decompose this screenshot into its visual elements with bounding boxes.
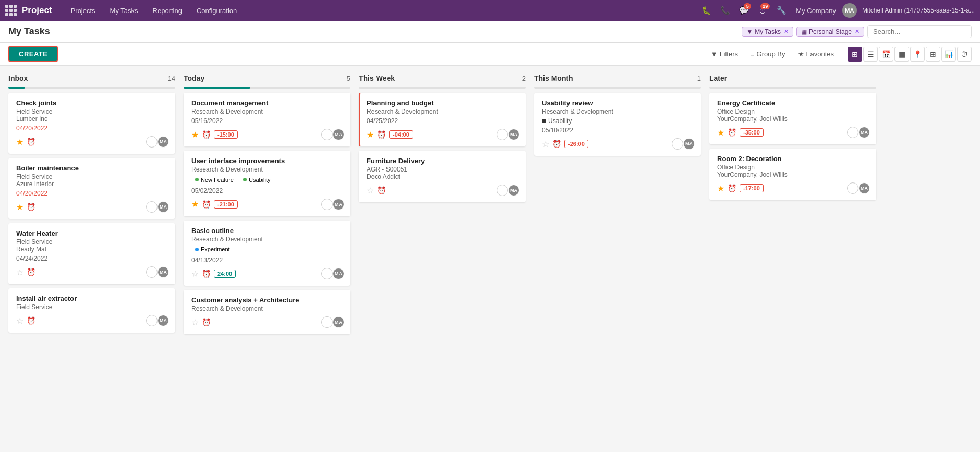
- timer-badge: 29: [760, 3, 770, 9]
- search-input[interactable]: [867, 25, 972, 38]
- card-c6[interactable]: User interface improvements Research & D…: [184, 151, 350, 216]
- card-c9[interactable]: Planning and budget Research & Developme…: [359, 93, 526, 146]
- card-date: 04/20/2022: [16, 190, 169, 197]
- avatar-circle[interactable]: [146, 136, 158, 148]
- clock-button[interactable]: ⏰: [377, 186, 386, 194]
- avatar-circle[interactable]: [321, 129, 333, 140]
- bug-icon[interactable]: 🐛: [698, 2, 715, 19]
- wrench-icon[interactable]: 🔧: [773, 2, 790, 19]
- apps-grid-icon[interactable]: [5, 5, 17, 16]
- clock-button[interactable]: ⏰: [202, 130, 211, 139]
- card-title: Usability review: [542, 99, 695, 107]
- view-list-button[interactable]: ☰: [863, 47, 878, 62]
- card-date: 05/16/2022: [191, 117, 344, 125]
- card-project: Research & Development: [542, 108, 695, 115]
- top-action-icons: 🐛 📞 💬 5 ⏱ 29 🔧: [698, 2, 790, 19]
- card-c7[interactable]: Basic outline Research & Development Exp…: [184, 221, 350, 286]
- nav-my-tasks[interactable]: My Tasks: [104, 0, 144, 21]
- nav-projects[interactable]: Projects: [65, 0, 102, 21]
- view-map-button[interactable]: 📍: [910, 47, 925, 62]
- card-footer: ☆ ⏰ MA: [16, 266, 169, 278]
- card-c10[interactable]: Furniture Delivery AGR - S00051 Deco Add…: [359, 151, 526, 202]
- avatar-circle[interactable]: [146, 201, 158, 213]
- star-button[interactable]: ★: [16, 137, 23, 147]
- star-button[interactable]: ☆: [542, 139, 549, 149]
- card-c13[interactable]: Room 2: Decoration Office Design YourCom…: [709, 149, 876, 200]
- avatar-circle[interactable]: [847, 182, 858, 194]
- card-c11[interactable]: Usability review Research & Development …: [534, 93, 701, 156]
- card-project: Research & Development: [191, 236, 344, 243]
- timer-icon[interactable]: ⏱ 29: [754, 2, 771, 19]
- clock-button[interactable]: ⏰: [27, 316, 35, 325]
- clock-button[interactable]: ⏰: [27, 138, 35, 146]
- card-c1[interactable]: Check joints Field Service Lumber Inc 04…: [8, 93, 175, 154]
- create-button[interactable]: CREATE: [8, 46, 58, 62]
- card-c5[interactable]: Document management Research & Developme…: [184, 93, 350, 146]
- view-table-button[interactable]: ▦: [894, 47, 909, 62]
- avatar-circle[interactable]: [672, 138, 683, 150]
- filter-close2[interactable]: ✕: [855, 28, 860, 35]
- card-project: Field Service: [16, 303, 169, 311]
- clock-button[interactable]: ⏰: [728, 128, 736, 137]
- filters-button[interactable]: ▼ Filters: [707, 48, 742, 60]
- star-button[interactable]: ☆: [16, 316, 23, 326]
- card-company: YourCompany, Joel Willis: [717, 115, 870, 123]
- avatar-circle[interactable]: [497, 185, 508, 196]
- chat-icon[interactable]: 💬 5: [735, 2, 752, 19]
- favorites-button[interactable]: ★ Favorites: [794, 48, 838, 60]
- view-kanban-button[interactable]: ⊞: [848, 47, 862, 62]
- clock-button[interactable]: ⏰: [27, 268, 35, 276]
- clock-button[interactable]: ⏰: [728, 184, 736, 192]
- nav-configuration[interactable]: Configuration: [190, 0, 243, 21]
- avatar-circle[interactable]: [146, 315, 158, 326]
- filter-icon: ▼: [746, 28, 753, 35]
- star-button[interactable]: ★: [191, 130, 199, 140]
- col-progress-later: [709, 87, 876, 89]
- star-button[interactable]: ☆: [191, 317, 199, 327]
- groupby-button[interactable]: ≡ Group By: [746, 48, 790, 60]
- subheader: My Tasks ▼ My Tasks ✕ ▦ Personal Stage ✕: [0, 21, 980, 43]
- view-calendar-button[interactable]: 📅: [879, 47, 893, 62]
- nav-reporting[interactable]: Reporting: [147, 0, 188, 21]
- avatar-circle[interactable]: [321, 199, 333, 210]
- star-button[interactable]: ☆: [367, 186, 374, 196]
- col-this_month: This Month 1 Usability review Research &…: [534, 74, 701, 442]
- username: Mitchell Admin (14707555-saas-15-1-a...: [862, 7, 975, 14]
- filter-close[interactable]: ✕: [784, 28, 789, 35]
- card-c3[interactable]: Water Heater Field Service Ready Mat 04/…: [8, 223, 175, 284]
- clock-button[interactable]: ⏰: [202, 200, 211, 209]
- col-header-today: Today 5: [184, 74, 350, 82]
- star-button[interactable]: ★: [367, 130, 374, 140]
- clock-button[interactable]: ⏰: [202, 318, 211, 326]
- clock-button[interactable]: ⏰: [377, 130, 386, 139]
- star-button[interactable]: ☆: [16, 267, 23, 277]
- avatar-circle[interactable]: [321, 316, 333, 328]
- clock-button[interactable]: ⏰: [27, 203, 35, 211]
- avatar-circle[interactable]: [146, 266, 158, 278]
- star-button[interactable]: ★: [191, 199, 199, 209]
- clock-button[interactable]: ⏰: [202, 270, 211, 278]
- avatar-circle[interactable]: [847, 127, 858, 138]
- time-badge: -35:00: [740, 128, 764, 137]
- clock-button[interactable]: ⏰: [552, 140, 561, 148]
- filter-my-tasks[interactable]: ▼ My Tasks ✕: [742, 27, 793, 37]
- avatar-circle[interactable]: [497, 129, 508, 140]
- avatar-user: MA: [158, 201, 169, 213]
- view-chart-button[interactable]: 📊: [941, 47, 956, 62]
- avatar-circle[interactable]: [321, 268, 333, 279]
- card-c12[interactable]: Energy Certificate Office Design YourCom…: [709, 93, 876, 144]
- view-grid-button[interactable]: ⊞: [926, 47, 940, 62]
- star-button[interactable]: ★: [717, 128, 724, 138]
- filter-personal-stage[interactable]: ▦ Personal Stage ✕: [796, 27, 864, 37]
- card-title: Document management: [191, 99, 344, 107]
- star-button[interactable]: ★: [717, 184, 724, 193]
- card-c4[interactable]: Install air extractor Field Service ☆ ⏰ …: [8, 288, 175, 333]
- view-clock-button[interactable]: ⏱: [957, 47, 972, 62]
- card-c8[interactable]: Customer analysis + Architecture Researc…: [184, 290, 350, 334]
- star-button[interactable]: ★: [16, 202, 23, 212]
- card-company: Lumber Inc: [16, 115, 169, 123]
- phone-icon[interactable]: 📞: [717, 2, 733, 19]
- card-project: AGR - S00051: [367, 166, 519, 173]
- star-button[interactable]: ☆: [191, 269, 199, 279]
- card-c2[interactable]: Boiler maintenance Field Service Azure I…: [8, 158, 175, 219]
